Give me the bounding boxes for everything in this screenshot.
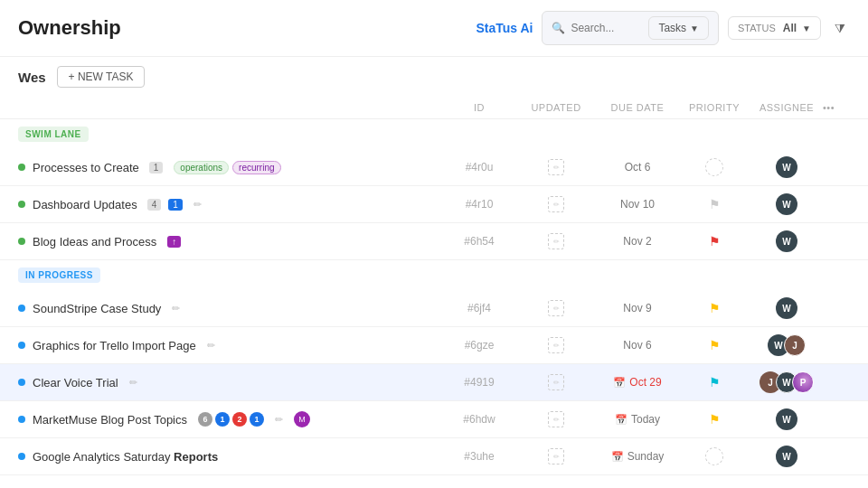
status-label: STATUS — [738, 23, 776, 33]
ai-brand-text: StaTus Ai — [476, 21, 533, 35]
header: Ownership StaTus Ai 🔍 Tasks ▼ STATUS All… — [0, 0, 868, 57]
task-updated: ✏ — [515, 196, 597, 212]
table-row[interactable]: Blog Ideas and Process ↑ #6h54 ✏ Nov 2 ⚑… — [0, 223, 868, 260]
avatar: W — [776, 408, 797, 430]
updated-icon: ✏ — [548, 374, 564, 390]
task-name: Blog Ideas and Process — [33, 235, 156, 249]
date-with-icon: 📅 Oct 29 — [597, 376, 678, 389]
priority-flag-icon: ⚑ — [709, 412, 721, 427]
table-row[interactable]: Google Analytics Saturday Reports #3uhe … — [0, 438, 868, 475]
priority-flag-icon: ⚑ — [709, 197, 721, 211]
task-status-dot — [18, 342, 25, 349]
search-bar[interactable]: 🔍 Tasks ▼ — [542, 11, 719, 45]
tag-recurring: recurring — [232, 161, 280, 174]
task-priority: ⚑ — [678, 375, 750, 389]
task-id: #4r0u — [443, 161, 515, 174]
task-due-date: Nov 2 — [597, 235, 678, 248]
avatar: W — [776, 156, 797, 178]
task-id: #6jf4 — [443, 302, 515, 314]
task-id: #4r10 — [443, 198, 515, 211]
user-name: Wes — [18, 70, 46, 85]
filter-button[interactable]: ⧩ — [830, 16, 850, 41]
task-status-dot — [18, 201, 25, 208]
edit-icon: ✏ — [193, 199, 202, 211]
task-count-badge: 4 — [147, 199, 162, 211]
multi-avatar: J W P — [760, 371, 814, 393]
priority-flag-icon: ⚑ — [709, 338, 721, 352]
task-id: #6hdw — [443, 413, 515, 426]
task-name: Clear Voice Trial — [33, 376, 118, 389]
status-filter[interactable]: STATUS All ▼ — [728, 16, 821, 40]
table-row[interactable]: Dashboard Updates 4 1 ✏ #4r10 ✏ Nov 10 ⚑… — [0, 186, 868, 223]
task-due-date: 📅 Oct 29 — [597, 376, 678, 389]
col-assignee: ASSIGNEE — [750, 102, 823, 113]
task-assignee: W — [750, 193, 823, 215]
task-status-dot — [18, 416, 25, 423]
tasks-dropdown[interactable]: Tasks ▼ — [648, 16, 709, 40]
task-due-date: 📅 Today — [597, 413, 678, 426]
badge-count: 1 — [215, 412, 230, 427]
new-task-button[interactable]: + NEW TASK — [57, 66, 146, 88]
task-due-date: Nov 9 — [597, 302, 678, 314]
col-updated: UPDATED — [515, 102, 597, 113]
task-name-cell: Dashboard Updates 4 1 ✏ — [18, 198, 443, 211]
updated-icon: ✏ — [548, 300, 564, 316]
task-updated: ✏ — [515, 374, 597, 390]
edit-icon: ✏ — [129, 377, 137, 389]
task-name-cell: SoundStripe Case Study ✏ — [18, 302, 443, 315]
col-name — [18, 102, 443, 113]
task-updated: ✏ — [515, 159, 597, 175]
task-status-dot — [18, 305, 25, 312]
overdue-date: Oct 29 — [629, 376, 661, 389]
task-name-cell: Processes to Create 1 operations recurri… — [18, 161, 443, 174]
task-blue-badge: 1 — [168, 199, 183, 211]
avatar: P — [792, 371, 814, 393]
in-progress-badge: IN PROGRESS — [18, 267, 100, 283]
table-row[interactable]: MarketMuse Blog Post Topics 6 1 2 1 ✏ M … — [0, 401, 868, 438]
task-id: #4919 — [443, 376, 515, 389]
sunday-label: Sunday — [627, 450, 665, 463]
search-input[interactable] — [571, 22, 643, 34]
task-badges: 6 1 2 1 — [198, 412, 264, 427]
edit-icon: ✏ — [207, 340, 215, 352]
table-row[interactable]: SoundStripe Case Study ✏ #6jf4 ✏ Nov 9 ⚑… — [0, 290, 868, 327]
date-with-icon: 📅 Sunday — [597, 450, 678, 463]
col-due-date: DUE DATE — [597, 102, 678, 113]
task-priority: ⚑ — [678, 338, 750, 352]
filter-icon: ⧩ — [835, 21, 845, 35]
task-name-cell: MarketMuse Blog Post Topics 6 1 2 1 ✏ M — [18, 411, 443, 427]
task-id: #6h54 — [443, 235, 515, 248]
task-purple-badge: ↑ — [167, 236, 181, 248]
avatar-icon: M — [294, 411, 310, 427]
table-header: ID UPDATED DUE DATE PRIORITY ASSIGNEE ••… — [0, 97, 868, 119]
swim-lane-badge: SWIM LANE — [18, 127, 89, 142]
updated-icon: ✏ — [548, 233, 564, 249]
task-updated: ✏ — [515, 337, 597, 353]
table-row[interactable]: Processes to Create 1 operations recurri… — [0, 149, 868, 186]
app-container: Ownership StaTus Ai 🔍 Tasks ▼ STATUS All… — [0, 0, 868, 488]
task-assignee: W — [750, 230, 823, 252]
task-name-cell: Blog Ideas and Process ↑ — [18, 235, 443, 249]
task-assignee: W J — [750, 334, 823, 356]
task-name: Graphics for Trello Import Page — [33, 339, 196, 352]
edit-icon: ✏ — [172, 303, 180, 314]
updated-icon: ✏ — [548, 337, 564, 353]
task-priority — [678, 447, 750, 465]
task-status-dot — [18, 379, 25, 386]
task-priority: ⚑ — [678, 234, 750, 249]
avatar: W — [776, 230, 797, 252]
task-name: SoundStripe Case Study — [33, 302, 161, 315]
task-updated: ✏ — [515, 448, 597, 465]
task-name: Processes to Create — [33, 161, 139, 174]
table-row[interactable]: Clear Voice Trial ✏ #4919 ✏ 📅 Oct 29 ⚑ J… — [0, 364, 868, 401]
task-name: Dashboard Updates — [33, 198, 137, 211]
avatar: J — [784, 334, 806, 356]
multi-avatar: W J — [768, 334, 806, 356]
table-row[interactable]: Graphics for Trello Import Page ✏ #6gze … — [0, 327, 868, 364]
task-priority: ⚑ — [678, 412, 750, 427]
avatar: W — [776, 446, 797, 467]
task-table: ID UPDATED DUE DATE PRIORITY ASSIGNEE ••… — [0, 97, 868, 488]
badge-count: 2 — [232, 412, 247, 427]
chevron-down-icon: ▼ — [802, 23, 811, 33]
col-more: ••• — [823, 102, 850, 113]
